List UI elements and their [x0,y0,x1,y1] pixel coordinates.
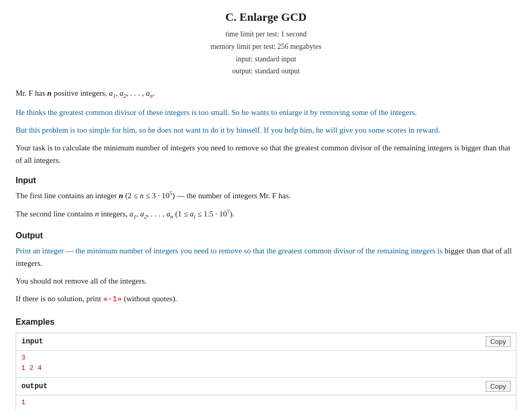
output-example-label: output [21,380,47,392]
variable-n-input: n [119,191,123,200]
paragraph-2: He thinks the greatest common divisor of… [16,106,516,119]
input-example-content: 3 1 2 4 [16,351,516,378]
memory-limit: memory limit per test: 256 megabytes [16,41,516,53]
input-paragraph-1: The first line contains an integer n (2 … [16,189,516,202]
n-constraint-var: n [140,191,144,200]
output-example-content: 1 [16,395,516,410]
input-line-1: 3 [21,353,511,364]
variable-n-input2: n [95,210,99,218]
problem-title: C. Enlarge GCD [16,10,516,24]
output-paragraph-2: You should not remove all of the integer… [16,275,516,287]
minus-one-code: «-1» [103,295,122,304]
output-heading: Output [16,229,516,242]
copy-output-button[interactable]: Copy [486,381,511,392]
input-example-label: input [21,336,43,347]
copy-input-button[interactable]: Copy [486,336,511,347]
ai-var: ai [190,210,196,218]
problem-body: Mr. F has n positive integers, a1, a2, .… [16,87,516,410]
sequence-a: a1, a2, . . . , an [109,89,153,97]
paragraph-1: Mr. F has n positive integers, a1, a2, .… [16,87,516,101]
sequence-a-input: a1, a2, . . . , an [130,210,173,218]
output-type: output: standard output [16,65,516,78]
paragraph-3: But this problem is too simple for him, … [16,124,516,136]
input-line-2: 1 2 4 [21,363,511,374]
time-limit: time limit per test: 1 second [16,28,516,41]
problem-meta: time limit per test: 1 second memory lim… [16,28,516,78]
input-example-header: input Copy [16,333,516,350]
output-line-1: 1 [21,398,511,408]
examples-heading: Examples [16,315,516,329]
input-example-block: input Copy 3 1 2 4 [16,332,516,378]
variable-n: n [47,89,52,97]
paragraph-4: Your task is to calculate the minimum nu… [16,142,516,166]
output-paragraph-3: If there is no solution, print «-1» (wit… [16,292,516,306]
input-paragraph-2: The second line contains n integers, a1,… [16,207,516,222]
input-heading: Input [16,174,516,187]
output-example-block: output Copy 1 https://blog.csdn.net/m0_4… [16,378,516,410]
output-example-header: output Copy [16,378,516,395]
output-paragraph-1: Print an integer — the minimum number of… [16,245,516,270]
examples-section: Examples input Copy 3 1 2 4 output Copy … [16,315,516,410]
input-type: input: standard input [16,53,516,66]
